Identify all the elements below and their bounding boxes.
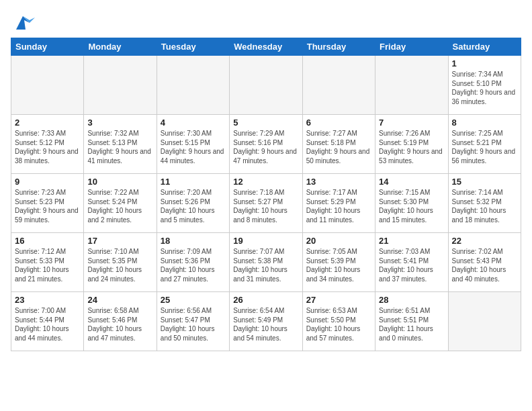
day-info: Sunrise: 7:17 AM Sunset: 5:29 PM Dayligh… (306, 188, 371, 224)
calendar-cell: 1Sunrise: 7:34 AM Sunset: 5:10 PM Daylig… (448, 56, 521, 115)
day-number: 16 (15, 236, 80, 246)
day-info: Sunrise: 7:15 AM Sunset: 5:30 PM Dayligh… (379, 188, 444, 224)
day-number: 20 (306, 236, 371, 246)
day-info: Sunrise: 7:20 AM Sunset: 5:26 PM Dayligh… (161, 188, 226, 224)
day-info: Sunrise: 7:32 AM Sunset: 5:13 PM Dayligh… (87, 129, 152, 165)
day-number: 27 (306, 295, 371, 305)
calendar-cell: 2Sunrise: 7:33 AM Sunset: 5:12 PM Daylig… (11, 115, 84, 174)
day-number: 22 (452, 236, 517, 246)
calendar-cell: 17Sunrise: 7:10 AM Sunset: 5:35 PM Dayli… (84, 233, 157, 292)
calendar-cell: 22Sunrise: 7:02 AM Sunset: 5:43 PM Dayli… (448, 233, 521, 292)
calendar-cell: 23Sunrise: 7:00 AM Sunset: 5:44 PM Dayli… (11, 292, 84, 351)
day-number: 8 (452, 118, 517, 128)
calendar-week-row: 16Sunrise: 7:12 AM Sunset: 5:33 PM Dayli… (11, 233, 521, 292)
calendar-cell: 7Sunrise: 7:26 AM Sunset: 5:19 PM Daylig… (375, 115, 448, 174)
day-info: Sunrise: 6:53 AM Sunset: 5:50 PM Dayligh… (306, 306, 371, 342)
day-number: 28 (379, 295, 444, 305)
day-info: Sunrise: 7:26 AM Sunset: 5:19 PM Dayligh… (379, 129, 444, 165)
calendar-cell: 3Sunrise: 7:32 AM Sunset: 5:13 PM Daylig… (84, 115, 157, 174)
calendar-day-header: Thursday (302, 38, 375, 56)
day-info: Sunrise: 7:34 AM Sunset: 5:10 PM Dayligh… (452, 70, 517, 106)
day-info: Sunrise: 7:02 AM Sunset: 5:43 PM Dayligh… (452, 247, 517, 283)
calendar-week-row: 9Sunrise: 7:23 AM Sunset: 5:23 PM Daylig… (11, 174, 521, 233)
day-number: 24 (87, 295, 152, 305)
calendar-cell: 12Sunrise: 7:18 AM Sunset: 5:27 PM Dayli… (230, 174, 302, 233)
day-number: 3 (87, 118, 152, 128)
day-info: Sunrise: 7:27 AM Sunset: 5:18 PM Dayligh… (306, 129, 371, 165)
calendar-day-header: Wednesday (230, 38, 302, 56)
calendar-cell: 11Sunrise: 7:20 AM Sunset: 5:26 PM Dayli… (157, 174, 229, 233)
day-info: Sunrise: 7:18 AM Sunset: 5:27 PM Dayligh… (233, 188, 298, 224)
day-info: Sunrise: 7:14 AM Sunset: 5:32 PM Dayligh… (452, 188, 517, 224)
calendar-cell: 25Sunrise: 6:56 AM Sunset: 5:47 PM Dayli… (157, 292, 229, 351)
day-number: 4 (161, 118, 226, 128)
day-number: 25 (161, 295, 226, 305)
day-info: Sunrise: 7:22 AM Sunset: 5:24 PM Dayligh… (87, 188, 152, 224)
calendar-cell: 19Sunrise: 7:07 AM Sunset: 5:38 PM Dayli… (230, 233, 302, 292)
calendar-cell: 20Sunrise: 7:05 AM Sunset: 5:39 PM Dayli… (302, 233, 375, 292)
calendar-cell: 8Sunrise: 7:25 AM Sunset: 5:21 PM Daylig… (448, 115, 521, 174)
day-number: 26 (233, 295, 298, 305)
day-info: Sunrise: 7:33 AM Sunset: 5:12 PM Dayligh… (15, 129, 80, 165)
calendar-week-row: 23Sunrise: 7:00 AM Sunset: 5:44 PM Dayli… (11, 292, 521, 351)
day-info: Sunrise: 7:12 AM Sunset: 5:33 PM Dayligh… (15, 247, 80, 283)
calendar-cell: 9Sunrise: 7:23 AM Sunset: 5:23 PM Daylig… (11, 174, 84, 233)
day-number: 9 (15, 177, 80, 187)
calendar-cell: 4Sunrise: 7:30 AM Sunset: 5:15 PM Daylig… (157, 115, 229, 174)
day-info: Sunrise: 6:56 AM Sunset: 5:47 PM Dayligh… (161, 306, 226, 342)
day-info: Sunrise: 7:05 AM Sunset: 5:39 PM Dayligh… (306, 247, 371, 283)
calendar-cell: 24Sunrise: 6:58 AM Sunset: 5:46 PM Dayli… (84, 292, 157, 351)
day-info: Sunrise: 7:00 AM Sunset: 5:44 PM Dayligh… (15, 306, 80, 342)
calendar-cell (157, 56, 229, 115)
day-info: Sunrise: 7:23 AM Sunset: 5:23 PM Dayligh… (15, 188, 80, 224)
calendar-cell (448, 292, 521, 351)
day-info: Sunrise: 7:09 AM Sunset: 5:36 PM Dayligh… (161, 247, 226, 283)
calendar-day-header: Friday (375, 38, 448, 56)
day-info: Sunrise: 7:25 AM Sunset: 5:21 PM Dayligh… (452, 129, 517, 165)
day-number: 23 (15, 295, 80, 305)
calendar-table: SundayMondayTuesdayWednesdayThursdayFrid… (11, 38, 521, 351)
calendar-header-row: SundayMondayTuesdayWednesdayThursdayFrid… (11, 38, 521, 56)
logo (11, 11, 38, 32)
calendar-cell: 5Sunrise: 7:29 AM Sunset: 5:16 PM Daylig… (230, 115, 302, 174)
day-number: 21 (379, 236, 444, 246)
day-info: Sunrise: 7:10 AM Sunset: 5:35 PM Dayligh… (87, 247, 152, 283)
day-number: 5 (233, 118, 298, 128)
day-number: 15 (452, 177, 517, 187)
calendar-cell: 18Sunrise: 7:09 AM Sunset: 5:36 PM Dayli… (157, 233, 229, 292)
calendar-cell: 10Sunrise: 7:22 AM Sunset: 5:24 PM Dayli… (84, 174, 157, 233)
calendar-cell: 13Sunrise: 7:17 AM Sunset: 5:29 PM Dayli… (302, 174, 375, 233)
calendar-week-row: 2Sunrise: 7:33 AM Sunset: 5:12 PM Daylig… (11, 115, 521, 174)
day-info: Sunrise: 6:54 AM Sunset: 5:49 PM Dayligh… (233, 306, 298, 342)
calendar-cell: 26Sunrise: 6:54 AM Sunset: 5:49 PM Dayli… (230, 292, 302, 351)
day-info: Sunrise: 6:58 AM Sunset: 5:46 PM Dayligh… (87, 306, 152, 342)
calendar-cell (375, 56, 448, 115)
day-number: 17 (87, 236, 152, 246)
calendar-cell (302, 56, 375, 115)
calendar-cell: 27Sunrise: 6:53 AM Sunset: 5:50 PM Dayli… (302, 292, 375, 351)
day-number: 18 (161, 236, 226, 246)
calendar-cell: 16Sunrise: 7:12 AM Sunset: 5:33 PM Dayli… (11, 233, 84, 292)
calendar-day-header: Monday (84, 38, 157, 56)
day-number: 2 (15, 118, 80, 128)
day-info: Sunrise: 7:29 AM Sunset: 5:16 PM Dayligh… (233, 129, 298, 165)
day-info: Sunrise: 7:30 AM Sunset: 5:15 PM Dayligh… (161, 129, 226, 165)
calendar-cell: 14Sunrise: 7:15 AM Sunset: 5:30 PM Dayli… (375, 174, 448, 233)
svg-marker-0 (16, 16, 30, 30)
day-number: 10 (87, 177, 152, 187)
page-header (11, 11, 521, 32)
calendar-cell (230, 56, 302, 115)
calendar-day-header: Saturday (448, 38, 521, 56)
calendar-cell: 21Sunrise: 7:03 AM Sunset: 5:41 PM Dayli… (375, 233, 448, 292)
day-info: Sunrise: 6:51 AM Sunset: 5:51 PM Dayligh… (379, 306, 444, 342)
day-number: 12 (233, 177, 298, 187)
calendar-cell: 15Sunrise: 7:14 AM Sunset: 5:32 PM Dayli… (448, 174, 521, 233)
day-number: 14 (379, 177, 444, 187)
day-number: 11 (161, 177, 226, 187)
calendar-cell: 28Sunrise: 6:51 AM Sunset: 5:51 PM Dayli… (375, 292, 448, 351)
calendar-week-row: 1Sunrise: 7:34 AM Sunset: 5:10 PM Daylig… (11, 56, 521, 115)
day-number: 19 (233, 236, 298, 246)
day-number: 13 (306, 177, 371, 187)
calendar-cell: 6Sunrise: 7:27 AM Sunset: 5:18 PM Daylig… (302, 115, 375, 174)
calendar-day-header: Sunday (11, 38, 84, 56)
